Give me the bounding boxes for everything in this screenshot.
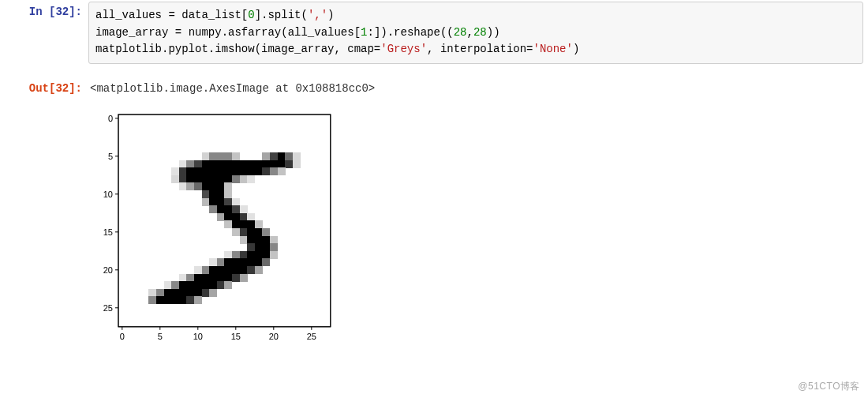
svg-rect-49 bbox=[224, 175, 232, 183]
svg-rect-119 bbox=[240, 266, 248, 274]
svg-rect-59 bbox=[224, 183, 232, 191]
svg-rect-58 bbox=[217, 183, 225, 191]
svg-rect-117 bbox=[224, 266, 232, 274]
svg-rect-127 bbox=[217, 274, 225, 282]
svg-rect-155 bbox=[194, 297, 202, 305]
svg-rect-78 bbox=[247, 213, 255, 221]
svg-rect-61 bbox=[209, 190, 217, 198]
svg-rect-19 bbox=[240, 160, 248, 168]
svg-rect-77 bbox=[240, 213, 248, 221]
svg-rect-94 bbox=[247, 243, 255, 251]
svg-rect-114 bbox=[202, 266, 210, 274]
svg-rect-7 bbox=[270, 152, 278, 160]
svg-rect-66 bbox=[217, 198, 225, 206]
svg-rect-18 bbox=[232, 160, 240, 168]
svg-rect-91 bbox=[255, 236, 263, 244]
svg-rect-86 bbox=[247, 228, 255, 236]
svg-rect-93 bbox=[270, 236, 278, 244]
svg-rect-41 bbox=[278, 167, 286, 175]
svg-rect-14 bbox=[202, 160, 210, 168]
svg-rect-129 bbox=[232, 274, 240, 282]
svg-rect-17 bbox=[224, 160, 232, 168]
svg-rect-72 bbox=[232, 205, 240, 213]
svg-rect-126 bbox=[209, 274, 217, 282]
svg-rect-55 bbox=[194, 183, 202, 191]
svg-rect-26 bbox=[293, 160, 301, 168]
svg-rect-123 bbox=[186, 274, 194, 282]
svg-rect-120 bbox=[247, 266, 255, 274]
svg-rect-20 bbox=[247, 160, 255, 168]
svg-rect-125 bbox=[202, 274, 210, 282]
svg-rect-136 bbox=[202, 281, 210, 289]
svg-rect-89 bbox=[240, 236, 248, 244]
output-cell: Out[32]: <matplotlib.image.AxesImage at … bbox=[0, 77, 868, 96]
svg-rect-148 bbox=[209, 289, 217, 297]
svg-rect-99 bbox=[232, 251, 240, 259]
svg-rect-29 bbox=[186, 167, 194, 175]
svg-rect-111 bbox=[255, 259, 263, 267]
heatmap-svg: 05101520250510152025 bbox=[88, 110, 339, 349]
svg-rect-69 bbox=[209, 205, 217, 213]
svg-rect-30 bbox=[194, 167, 202, 175]
svg-rect-132 bbox=[171, 281, 179, 289]
svg-rect-137 bbox=[209, 281, 217, 289]
svg-rect-128 bbox=[224, 274, 232, 282]
code-block: all_values = data_list[0].split(',') ima… bbox=[95, 7, 856, 58]
svg-text:0: 0 bbox=[108, 114, 113, 123]
svg-rect-152 bbox=[171, 297, 179, 305]
svg-rect-108 bbox=[232, 259, 240, 267]
svg-rect-65 bbox=[209, 198, 217, 206]
svg-rect-33 bbox=[217, 167, 225, 175]
svg-rect-87 bbox=[255, 228, 263, 236]
svg-rect-85 bbox=[240, 228, 248, 236]
svg-rect-101 bbox=[247, 251, 255, 259]
svg-rect-44 bbox=[186, 175, 194, 183]
watermark: @51CTO博客 bbox=[798, 380, 860, 393]
svg-rect-96 bbox=[262, 243, 270, 251]
input-cell: In [32]: all_values = data_list[0].split… bbox=[0, 0, 868, 69]
svg-rect-133 bbox=[179, 281, 187, 289]
svg-text:5: 5 bbox=[108, 152, 113, 161]
svg-rect-24 bbox=[278, 160, 286, 168]
svg-rect-6 bbox=[262, 152, 270, 160]
svg-rect-32 bbox=[209, 167, 217, 175]
svg-text:5: 5 bbox=[158, 332, 163, 341]
svg-rect-84 bbox=[232, 228, 240, 236]
svg-rect-118 bbox=[232, 266, 240, 274]
svg-rect-154 bbox=[186, 297, 194, 305]
svg-rect-110 bbox=[247, 259, 255, 267]
svg-rect-131 bbox=[164, 281, 172, 289]
svg-rect-39 bbox=[262, 167, 270, 175]
svg-rect-121 bbox=[255, 266, 263, 274]
code-input-area[interactable]: all_values = data_list[0].split(',') ima… bbox=[88, 2, 863, 64]
svg-rect-109 bbox=[240, 259, 248, 267]
svg-rect-79 bbox=[224, 221, 232, 229]
svg-rect-76 bbox=[232, 213, 240, 221]
svg-rect-71 bbox=[224, 205, 232, 213]
svg-rect-47 bbox=[209, 175, 217, 183]
svg-rect-151 bbox=[164, 297, 172, 305]
svg-rect-97 bbox=[270, 243, 278, 251]
svg-rect-16 bbox=[217, 160, 225, 168]
svg-rect-35 bbox=[232, 167, 240, 175]
svg-rect-95 bbox=[255, 243, 263, 251]
svg-rect-11 bbox=[179, 160, 187, 168]
svg-rect-144 bbox=[179, 289, 187, 297]
svg-rect-31 bbox=[202, 167, 210, 175]
svg-rect-1 bbox=[202, 152, 210, 160]
svg-rect-88 bbox=[262, 228, 270, 236]
svg-rect-64 bbox=[202, 198, 210, 206]
svg-rect-62 bbox=[217, 190, 225, 198]
svg-rect-38 bbox=[255, 167, 263, 175]
svg-rect-107 bbox=[224, 259, 232, 267]
svg-rect-25 bbox=[285, 160, 293, 168]
svg-rect-3 bbox=[217, 152, 225, 160]
output-text: <matplotlib.image.AxesImage at 0x108818c… bbox=[90, 82, 375, 95]
svg-rect-10 bbox=[293, 152, 301, 160]
svg-rect-153 bbox=[179, 297, 187, 305]
svg-rect-142 bbox=[164, 289, 172, 297]
input-prompt: In [32]: bbox=[0, 0, 88, 19]
svg-rect-138 bbox=[217, 281, 225, 289]
svg-rect-23 bbox=[270, 160, 278, 168]
output-text-area: <matplotlib.image.AxesImage at 0x108818c… bbox=[88, 77, 868, 95]
